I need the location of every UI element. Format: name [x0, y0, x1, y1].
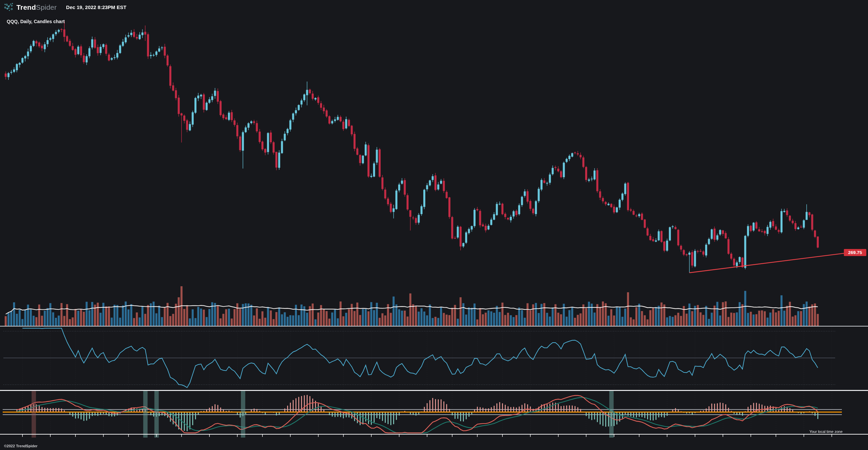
price-chart-canvas[interactable] [0, 0, 868, 450]
last-price-value: 269.75 [848, 250, 862, 255]
timezone-note: Your local time zone [809, 429, 842, 433]
chart-timestamp: Dec 19, 2022 8:23PM EST [66, 4, 126, 10]
trendspider-logo-icon [4, 3, 13, 12]
header: TrendSpider Dec 19, 2022 8:23PM EST [4, 3, 126, 12]
copyright: ©2022 TrendSpider [4, 444, 37, 448]
brand-spider: Spider [36, 3, 57, 11]
last-price-label: 269.75 [844, 249, 866, 256]
brand-wordmark: TrendSpider [17, 3, 57, 11]
trendspider-chart-app: TrendSpider Dec 19, 2022 8:23PM EST QQQ,… [0, 0, 868, 450]
chart-title: QQQ, Daily, Candles chart [7, 19, 65, 24]
brand-trend: Trend [17, 3, 36, 11]
